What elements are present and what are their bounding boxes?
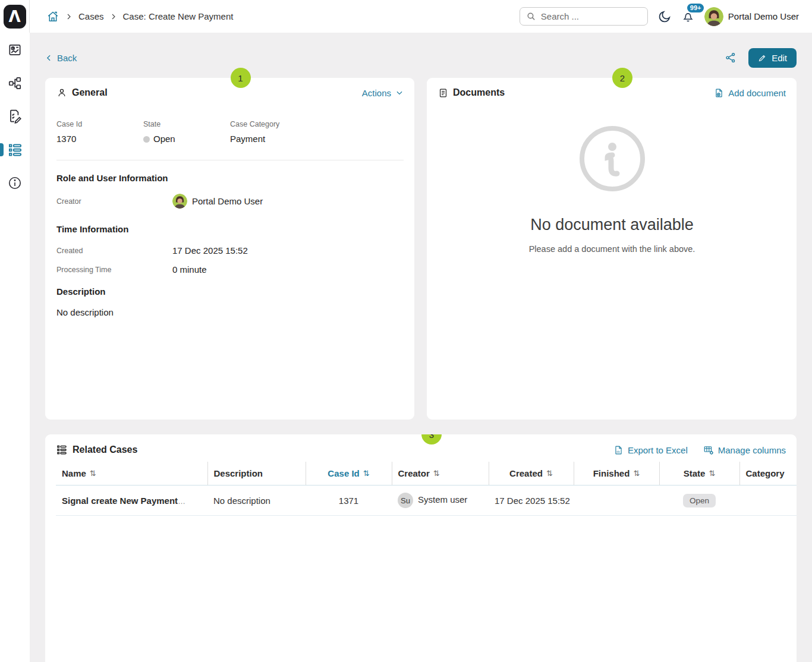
creator-initials-avatar: Su: [398, 493, 413, 508]
process-icon: [7, 75, 23, 91]
info-circle-icon: [579, 125, 646, 192]
page-toolbar: Back Edi: [45, 48, 797, 67]
creator-label: Creator: [56, 197, 172, 206]
empty-state-title: No document available: [530, 216, 694, 234]
logo-cell: Λ: [0, 0, 30, 33]
description-title: Description: [56, 286, 404, 297]
breadcrumb-cases[interactable]: Cases: [78, 11, 104, 21]
case-id-field: Case Id 1370: [56, 120, 143, 144]
related-cases-table: Name ⇅ Description Case Id ⇅ C: [56, 462, 797, 516]
creator-avatar: [172, 194, 187, 209]
documents-card: 2 Documents: [427, 78, 797, 420]
sort-icon[interactable]: ⇅: [633, 469, 640, 478]
sort-icon[interactable]: ⇅: [709, 469, 715, 478]
share-button[interactable]: [725, 52, 737, 64]
sidebar-item-tasks[interactable]: [0, 106, 30, 127]
column-header-category[interactable]: Category: [739, 462, 797, 486]
time-section-title: Time Information: [56, 224, 404, 234]
row-description: No description: [207, 486, 306, 516]
sidebar-item-processes[interactable]: [0, 72, 30, 94]
chevron-right-icon: [65, 13, 73, 20]
document-icon: [438, 88, 448, 98]
breadcrumb: Cases Case: Create New Payment: [46, 10, 233, 23]
documents-card-title: Documents: [453, 87, 505, 98]
state-field: State Open: [143, 120, 230, 144]
creator-value: Portal Demo User: [172, 194, 404, 209]
search-icon: [526, 11, 536, 21]
manage-columns-icon: [703, 445, 714, 455]
person-icon: [56, 87, 67, 98]
export-to-excel-button[interactable]: xls Export to Excel: [613, 445, 688, 455]
column-header-created[interactable]: Created ⇅: [489, 462, 574, 486]
user-name: Portal Demo User: [728, 11, 799, 21]
category-field: Case Category Payment: [230, 120, 404, 144]
column-header-creator[interactable]: Creator ⇅: [392, 462, 489, 486]
sort-icon[interactable]: ⇅: [90, 469, 96, 478]
step-badge-3: 3: [421, 434, 442, 445]
user-menu[interactable]: Portal Demo User: [704, 7, 799, 26]
row-creator: SuSystem user: [392, 486, 489, 516]
manage-columns-button[interactable]: Manage columns: [703, 445, 786, 455]
role-section-title: Role and User Information: [56, 173, 404, 183]
app-logo[interactable]: Λ: [4, 5, 26, 29]
task-edit-icon: [7, 109, 23, 124]
column-header-name[interactable]: Name ⇅: [56, 462, 207, 486]
row-finished: [574, 486, 659, 516]
table-row[interactable]: Signal create New Payment… No descriptio…: [56, 486, 797, 516]
column-header-case-id[interactable]: Case Id ⇅: [306, 462, 392, 486]
app-window: Λ Cases Case: Create New Payment: [0, 0, 812, 662]
row-state: Open: [659, 486, 739, 516]
step-badge-1: 1: [231, 68, 251, 88]
truncation-ellipsis: …: [178, 497, 185, 506]
processing-time-value: 0 minute: [172, 264, 404, 275]
chevron-right-icon: [110, 13, 117, 20]
dark-mode-toggle[interactable]: [657, 10, 672, 24]
sort-icon[interactable]: ⇅: [546, 469, 553, 478]
description-value: No description: [56, 307, 404, 317]
sidebar-item-cases[interactable]: [0, 139, 30, 160]
sidebar: [0, 33, 30, 662]
row-case-name[interactable]: Signal create New Payment: [62, 496, 178, 506]
notifications-button[interactable]: 99+: [681, 10, 695, 23]
general-card: 1 General Actions: [45, 78, 414, 420]
avatar: [704, 7, 723, 26]
info-icon: [7, 175, 23, 191]
chevron-left-icon: [45, 54, 53, 62]
step-badge-2: 2: [612, 68, 632, 88]
excel-file-icon: xls: [613, 445, 624, 455]
topbar: Cases Case: Create New Payment: [30, 0, 812, 33]
chevron-down-icon: [395, 89, 404, 97]
sidebar-item-info[interactable]: [0, 172, 30, 194]
column-header-description[interactable]: Description: [207, 462, 306, 486]
column-header-state[interactable]: State ⇅: [659, 462, 739, 486]
state-dot: [143, 136, 150, 143]
empty-state-hint: Please add a document with the link abov…: [529, 244, 695, 254]
processing-time-label: Processing Time: [56, 266, 172, 274]
row-created: 17 Dec 2025 15:52: [489, 486, 574, 516]
add-document-icon: [714, 88, 724, 98]
notification-count-badge: 99+: [687, 4, 704, 12]
search-input[interactable]: [541, 11, 641, 21]
sort-icon-active[interactable]: ⇅: [363, 469, 370, 478]
sort-icon[interactable]: ⇅: [433, 469, 440, 478]
dashboard-icon: [7, 42, 23, 58]
add-document-link[interactable]: Add document: [714, 88, 786, 98]
home-icon[interactable]: [46, 10, 59, 23]
main-content: Back Edi: [30, 33, 812, 662]
global-search: [520, 7, 648, 26]
share-icon: [725, 52, 737, 64]
row-category: [739, 486, 797, 516]
table-header-row: Name ⇅ Description Case Id ⇅ C: [56, 462, 797, 486]
back-button[interactable]: Back: [45, 53, 77, 63]
divider: [56, 160, 404, 160]
edit-button[interactable]: Edit: [748, 48, 797, 68]
column-header-finished[interactable]: Finished ⇅: [574, 462, 659, 486]
actions-dropdown[interactable]: Actions: [362, 88, 404, 98]
sidebar-item-dashboard[interactable]: [0, 39, 30, 61]
state-badge: Open: [683, 494, 716, 507]
created-label: Created: [56, 247, 172, 255]
row-case-id: 1371: [306, 486, 392, 516]
svg-text:xls: xls: [616, 450, 620, 453]
related-cases-title: Related Cases: [73, 445, 137, 455]
documents-empty-state: No document available Please add a docum…: [438, 125, 786, 254]
